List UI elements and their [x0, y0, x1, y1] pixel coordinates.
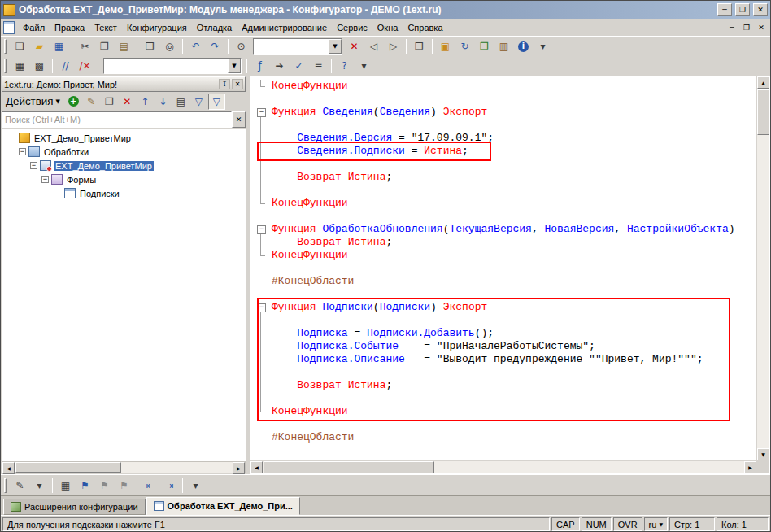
procedures-functions-combo[interactable]: ▼: [103, 58, 242, 74]
cut-button[interactable]: ✂: [76, 37, 94, 55]
combo-dropdown-icon[interactable]: ▼: [329, 39, 342, 54]
code-line[interactable]: Подписка.Описание = "Выводит предупрежде…: [250, 353, 756, 366]
code-line[interactable]: КонецФункции: [250, 197, 756, 210]
code-line[interactable]: Функция Подписки(Подписки) Экспорт: [250, 301, 756, 314]
toolbar2-overflow-button[interactable]: ▾: [355, 57, 373, 75]
toolbar-grip[interactable]: [4, 59, 7, 73]
bookmarks-list-button[interactable]: ▦: [56, 477, 75, 495]
code-area[interactable]: КонецФункции Функция Сведения(Сведения) …: [250, 76, 756, 460]
undo-button[interactable]: ↶: [186, 37, 205, 55]
copy-button[interactable]: ❐: [95, 37, 114, 55]
redo-button[interactable]: ↷: [206, 37, 224, 55]
sort-filter-button[interactable]: ▽: [208, 94, 225, 110]
code-line[interactable]: Подписка = Подписки.Добавить();: [250, 327, 756, 340]
module-structure-button[interactable]: ▦: [11, 57, 29, 75]
code-line[interactable]: [250, 392, 756, 405]
scroll-right-icon[interactable]: ▶: [233, 462, 245, 474]
scroll-right-icon[interactable]: ▶: [744, 461, 756, 473]
scrollbar-track[interactable]: [122, 462, 233, 473]
actions-menu-button[interactable]: Действия ▼: [2, 94, 64, 110]
toolbar-overflow-button[interactable]: ▾: [534, 37, 552, 55]
code-line[interactable]: Возврат Истина;: [250, 171, 756, 184]
tree-item[interactable]: EXT_Демо_ПриветМир: [2, 131, 245, 145]
toolbar-grip[interactable]: [4, 478, 7, 493]
filter-button[interactable]: ▽: [190, 94, 207, 110]
scrollbar-track[interactable]: [757, 136, 769, 448]
tree-item[interactable]: −Формы: [2, 172, 245, 186]
toolbar-grip[interactable]: [4, 39, 7, 54]
code-line[interactable]: [250, 184, 756, 197]
mdi-maximize-button[interactable]: ❐: [740, 22, 753, 33]
menu-item[interactable]: Правка: [50, 20, 89, 35]
decrease-indent-button[interactable]: ⇤: [141, 477, 159, 495]
procedures-functions-combo-input[interactable]: [104, 59, 228, 73]
move-up-button[interactable]: ↑: [137, 94, 154, 110]
delete-button[interactable]: ✕: [119, 94, 136, 110]
mdi-close-button[interactable]: ✕: [755, 22, 768, 33]
find-text-combo-input[interactable]: [254, 39, 329, 54]
tree-item[interactable]: −Обработки: [2, 145, 245, 159]
menu-item[interactable]: Сервис: [332, 20, 372, 35]
collapse-icon[interactable]: −: [41, 176, 49, 183]
menu-item[interactable]: Окна: [372, 20, 403, 35]
find-text-combo[interactable]: ▼: [253, 38, 342, 55]
code-line[interactable]: Возврат Истина;: [250, 236, 756, 249]
uncomment-button[interactable]: /✕: [76, 57, 94, 75]
find-button[interactable]: ⊙: [232, 37, 250, 55]
panel-horizontal-scrollbar[interactable]: ◀ ▶: [2, 461, 246, 473]
format-module-button[interactable]: ≡: [309, 57, 328, 75]
save-button[interactable]: ▦: [50, 37, 68, 55]
configuration-objects-button[interactable]: ▣: [436, 37, 455, 55]
code-line[interactable]: Возврат Истина;: [250, 379, 756, 392]
scrollbar-thumb[interactable]: [757, 89, 769, 135]
syntax-help-button[interactable]: ▥: [494, 37, 513, 55]
code-line[interactable]: Подписка.Событие = "ПриНачалеРаботыСисте…: [250, 340, 756, 353]
menu-item[interactable]: Конфигурация: [122, 20, 192, 35]
print-preview-button[interactable]: ◎: [160, 37, 179, 55]
vertical-scrollbar[interactable]: ▲ ▼: [756, 76, 769, 460]
collapse-icon[interactable]: −: [19, 148, 26, 155]
increase-indent-button[interactable]: ⇥: [160, 477, 179, 495]
tree-item[interactable]: −EXT_Демо_ПриветМир: [2, 159, 245, 172]
scroll-left-icon[interactable]: ◀: [250, 461, 263, 473]
scrollbar-track[interactable]: [435, 461, 744, 473]
info-button[interactable]: i: [514, 37, 533, 55]
previous-bookmark-button[interactable]: ⚑: [115, 477, 133, 495]
compare-configurations-button[interactable]: ❐: [475, 37, 494, 55]
help-topics-button[interactable]: ?: [335, 57, 354, 75]
tab-active[interactable]: Обработка EXT_Демо_При...: [146, 497, 300, 515]
comment-button[interactable]: //: [56, 57, 75, 75]
code-line[interactable]: Сведения.Подписки = Истина;: [250, 145, 756, 158]
close-panel-icon[interactable]: ✕: [232, 79, 243, 89]
edit-actions-dropdown-button[interactable]: ▾: [30, 477, 49, 495]
code-line[interactable]: #КонецОбласти: [250, 275, 756, 288]
paste-button[interactable]: ▤: [115, 37, 133, 55]
tree-item[interactable]: Подписки: [2, 186, 245, 200]
move-down-button[interactable]: ↓: [155, 94, 172, 110]
scroll-left-icon[interactable]: ◀: [2, 462, 15, 474]
window-close-button[interactable]: ✕: [753, 3, 768, 16]
procedures-list-button[interactable]: ƒ: [250, 57, 269, 75]
code-line[interactable]: [250, 93, 756, 106]
collapse-icon[interactable]: −: [30, 162, 37, 169]
next-bookmark-button[interactable]: ⚑: [95, 477, 114, 495]
print-button[interactable]: ❒: [141, 37, 159, 55]
code-line[interactable]: Сведения.Версия = "17.09.09.1";: [250, 132, 756, 145]
update-db-configuration-button[interactable]: ↻: [455, 37, 474, 55]
edit-button[interactable]: ✎: [83, 94, 100, 110]
new-document-button[interactable]: ❏: [11, 37, 29, 55]
fold-collapse-icon[interactable]: [250, 106, 272, 119]
scroll-down-icon[interactable]: ▼: [757, 448, 769, 460]
find-next-button[interactable]: ▷: [384, 37, 403, 55]
language-selector[interactable]: ru ▼: [644, 517, 668, 531]
module-templates-button[interactable]: ▩: [30, 57, 49, 75]
window-minimize-button[interactable]: ─: [717, 3, 732, 16]
edit-actions-button[interactable]: ✎: [11, 477, 29, 495]
fold-collapse-icon[interactable]: [250, 223, 272, 236]
clear-search-icon[interactable]: ✕: [232, 111, 246, 128]
tab-inactive[interactable]: Расширения конфигурации: [3, 499, 146, 515]
fold-collapse-icon[interactable]: [250, 301, 272, 314]
scrollbar-thumb[interactable]: [15, 462, 121, 473]
code-line[interactable]: Функция ОбработкаОбновления(ТекущаяВерси…: [250, 223, 756, 236]
code-line[interactable]: [250, 418, 756, 431]
